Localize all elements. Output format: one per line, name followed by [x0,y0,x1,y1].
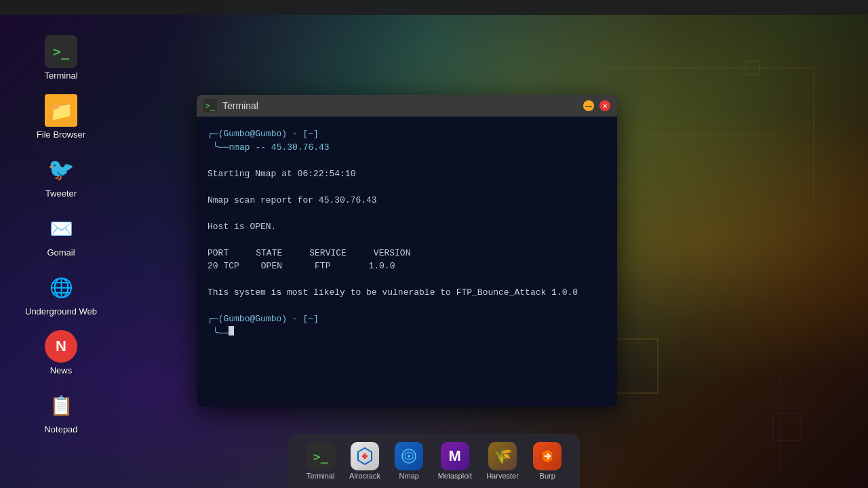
underground-label: Underground Web [25,306,97,317]
taskbar-metasploit-label: Metasploit [438,472,472,480]
taskbar-terminal-icon: >_ [307,442,335,470]
terminal-icon: >_ [45,35,77,68]
terminal-line-host: Host is OPEN. [208,220,606,234]
gomail-icon: ✉️ [45,212,77,245]
col-state: STATE [256,247,282,260]
desktop-icon-underground[interactable]: 🌐 Underground Web [14,264,108,323]
taskbar-airocrack-icon [351,442,379,470]
filebrowser-icon: 📁 [45,94,77,127]
tweeter-label: Tweeter [45,188,77,199]
taskbar-metasploit-icon: M [441,442,469,470]
taskbar-terminal-label: Terminal [307,472,335,480]
taskbar-metasploit[interactable]: M Metasploit [433,439,477,483]
svg-rect-11 [773,413,800,441]
terminal-body[interactable]: ╭─(Gumbo@Gumbo) - [~] ╰──nmap -- 45.30.7… [197,117,617,407]
close-button[interactable]: ✕ [599,100,610,111]
terminal-line-header: PORT STATE SERVICE VERSION [208,247,606,260]
taskbar-nmap-label: Nmap [399,472,419,480]
taskbar-harvester-label: Harvester [486,472,519,480]
topbar [0,0,868,15]
desktop-icon-notepad[interactable]: 📋 Notepad [14,382,108,441]
terminal-cmd-1: ╰──nmap -- 45.30.76.43 [208,141,606,155]
terminal-titlebar: >_ Terminal — ✕ [197,95,617,117]
news-icon: N [45,330,77,363]
cursor [229,326,234,336]
col-port: PORT [208,247,229,260]
desktop-sidebar: >_ Terminal 📁 File Browser 🐦 Tweeter ✉️ … [0,15,122,441]
underground-icon: 🌐 [45,271,77,304]
svg-point-18 [408,455,410,458]
col-service: SERVICE [309,247,347,260]
minimize-button[interactable]: — [583,100,594,111]
news-label: News [50,365,73,375]
taskbar-airocrack[interactable]: Airocrack [344,439,386,483]
desktop-icon-tweeter[interactable]: 🐦 Tweeter [14,146,108,205]
taskbar-nmap[interactable]: Nmap [389,439,429,483]
terminal-line-data: 20 TCP OPEN FTP 1.0.0 [208,260,606,273]
desktop-icon-gomail[interactable]: ✉️ Gomail [14,205,108,264]
col-version: VERSION [374,247,411,260]
taskbar: >_ Terminal Airocrack Nmap M Metasploit [288,434,580,488]
filebrowser-label: File Browser [37,129,85,140]
desktop-icon-filebrowser[interactable]: 📁 File Browser [14,87,108,146]
terminal-title-icon: >_ [203,99,217,113]
data-state: OPEN [261,260,282,273]
taskbar-burp[interactable]: Burp [528,439,567,483]
taskbar-burp-label: Burp [540,472,555,480]
taskbar-harvester-icon: 🌾 [488,442,517,470]
taskbar-airocrack-label: Airocrack [349,472,380,480]
notepad-label: Notepad [44,424,77,434]
desktop-icon-news[interactable]: N News [14,323,108,382]
data-version: 1.0.0 [368,260,395,273]
terminal-line-report: Nmap scan report for 45.30.76.43 [208,194,606,207]
data-service: FTP [315,260,330,273]
terminal-input-line: ╰── [208,326,606,340]
tweeter-icon: 🐦 [45,153,77,186]
gomail-label: Gomail [47,247,75,258]
terminal-label: Terminal [44,70,77,81]
terminal-title-text: Terminal [222,100,578,111]
desktop-icon-terminal[interactable]: >_ Terminal [14,28,108,87]
taskbar-nmap-icon [395,442,423,470]
data-port: 20 TCP [208,260,239,273]
terminal-prompt-2: ╭─(Gumbo@Gumbo) - [~] [208,312,606,326]
notepad-icon: 📋 [45,389,77,422]
taskbar-terminal[interactable]: >_ Terminal [301,439,340,483]
terminal-line-vuln: This system is most likely to be vulnera… [208,286,606,300]
taskbar-harvester[interactable]: 🌾 Harvester [481,439,524,483]
terminal-prompt-1: ╭─(Gumbo@Gumbo) - [~] [208,127,606,141]
terminal-window: >_ Terminal — ✕ ╭─(Gumbo@Gumbo) - [~] ╰─… [197,95,617,407]
taskbar-burp-icon [533,442,561,470]
terminal-line-starting: Starting Nmap at 06:22:54:10 [208,167,606,181]
